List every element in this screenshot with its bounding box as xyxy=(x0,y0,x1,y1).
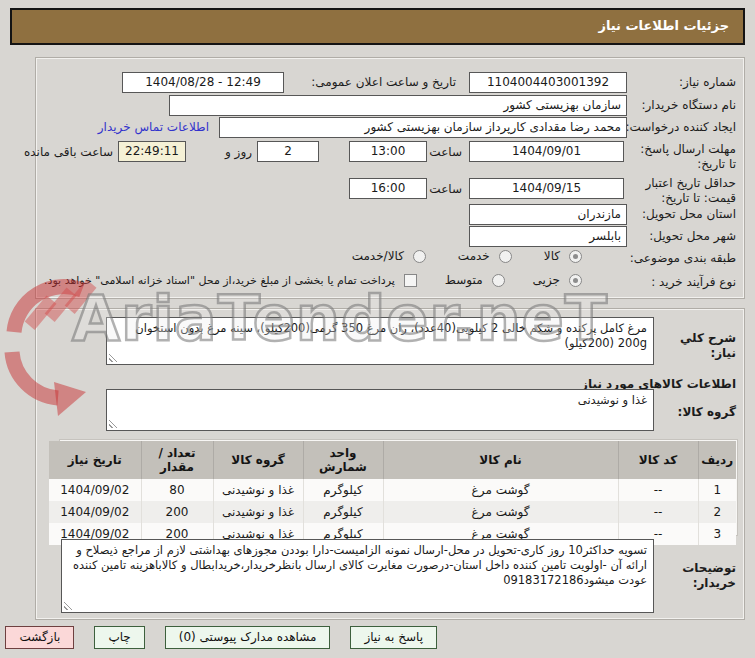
items-table-container[interactable]: ردیف کد کالا نام کالا واحد شمارش گروه کا… xyxy=(59,439,738,536)
price-validity-label: حداقل تاریخ اعتبار قیمت: تا تاریخ: xyxy=(631,176,736,206)
subject-class-label: طبقه بندی موضوعی: xyxy=(606,251,736,266)
goods-group-textarea[interactable]: غذا و نوشیدنی xyxy=(106,389,654,431)
radio-goods-label: کالا xyxy=(544,249,560,263)
cell-item-group: غذا و نوشیدنی xyxy=(213,479,303,501)
remaining-time-label: ساعت باقی مانده xyxy=(11,145,113,160)
subject-class-options: کالا خدمت کالا/خدمت xyxy=(352,249,582,263)
print-button[interactable]: چاپ xyxy=(94,626,144,649)
remaining-time-field: 22:49:11 xyxy=(118,141,186,162)
goods-group-label: گروه کالا: xyxy=(658,405,736,420)
general-info-panel: شماره نیاز: 1104004403001392 تاریخ و ساع… xyxy=(35,57,745,299)
price-validity-hour-label: ساعت xyxy=(430,182,462,197)
col-need-date: تاریخ نیاز xyxy=(49,441,141,479)
request-creator-label: ایجاد کننده درخواست: xyxy=(624,120,736,135)
col-item-code: کد کالا xyxy=(618,441,698,479)
province-field[interactable]: مازندران xyxy=(469,204,627,225)
treasury-docs-label: پرداخت تمام یا بخشی از مبلغ خرید،از محل … xyxy=(44,274,395,287)
radio-medium-label: متوسط xyxy=(445,273,483,287)
radio-goods-service-label: کالا/خدمت xyxy=(352,249,404,263)
radio-minor[interactable] xyxy=(569,274,582,287)
request-creator-field[interactable]: محمد رضا مقدادی کارپرداز سازمان بهزیستی … xyxy=(219,117,627,138)
radio-service[interactable] xyxy=(499,250,512,263)
view-attachments-button[interactable]: مشاهده مدارک پیوستی (0) xyxy=(165,626,331,649)
cell-quantity: 200 xyxy=(141,501,213,523)
province-label: استان محل تحویل: xyxy=(624,207,736,222)
reply-deadline-hour-label: ساعت xyxy=(430,145,462,160)
need-desc-textarea[interactable]: مرغ کامل پرکنده و شکم خالی 2 کیلویی(40عد… xyxy=(106,317,654,365)
col-item-group: گروه کالا xyxy=(213,441,303,479)
items-table: ردیف کد کالا نام کالا واحد شمارش گروه کا… xyxy=(49,441,736,545)
need-number-field[interactable]: 1104004403001392 xyxy=(469,72,627,93)
page-title: جزئیات اطلاعات نیاز xyxy=(10,8,745,45)
cell-item-code: -- xyxy=(618,479,698,501)
radio-medium[interactable] xyxy=(492,274,505,287)
table-row[interactable]: 2 -- گوشت مرغ کیلوگرم غذا و نوشیدنی 200 … xyxy=(49,501,736,523)
reply-deadline-date-field[interactable]: 1404/09/01 xyxy=(469,141,624,162)
price-validity-time-field[interactable]: 16:00 xyxy=(349,178,427,199)
buyer-notes-label: توضیحات خریدار: xyxy=(674,561,736,591)
remaining-days-field[interactable]: 2 xyxy=(257,141,319,162)
reply-to-need-button[interactable]: پاسخ به نیاز xyxy=(350,626,437,649)
treasury-docs-checkbox[interactable] xyxy=(404,274,417,287)
buyer-contact-link[interactable]: اطلاعات تماس خریدار xyxy=(98,120,209,134)
radio-service-label: خدمت xyxy=(458,249,490,263)
cell-count-unit: کیلوگرم xyxy=(303,479,383,501)
purchase-process-options: جزیی متوسط پرداخت تمام یا بخشی از مبلغ خ… xyxy=(44,273,582,287)
col-quantity: تعداد / مقدار xyxy=(141,441,213,479)
radio-minor-label: جزیی xyxy=(533,273,560,287)
action-button-bar: پاسخ به نیاز مشاهده مدارک پیوستی (0) چاپ… xyxy=(0,626,437,649)
cell-row-number: 2 xyxy=(698,501,736,523)
cell-item-name: گوشت مرغ xyxy=(383,479,618,501)
reply-deadline-label: مهلت ارسال پاسخ: تا تاریخ: xyxy=(631,142,736,172)
buyer-org-field[interactable]: سازمان بهزیستی کشور xyxy=(169,95,627,116)
remaining-days-label: روز و xyxy=(214,145,252,160)
radio-goods-service[interactable] xyxy=(413,250,426,263)
col-item-name: نام کالا xyxy=(383,441,618,479)
cell-need-date: 1404/09/02 xyxy=(49,479,141,501)
cell-quantity: 80 xyxy=(141,479,213,501)
reply-deadline-time-field[interactable]: 13:00 xyxy=(349,141,427,162)
city-field[interactable]: بابلسر xyxy=(469,226,627,247)
city-label: شهر محل تحویل: xyxy=(624,229,736,244)
table-row[interactable]: 1 -- گوشت مرغ کیلوگرم غذا و نوشیدنی 80 1… xyxy=(49,479,736,501)
table-header-row: ردیف کد کالا نام کالا واحد شمارش گروه کا… xyxy=(49,441,736,479)
cell-item-group: غذا و نوشیدنی xyxy=(213,501,303,523)
cell-item-code: -- xyxy=(618,501,698,523)
back-button[interactable]: بازگشت xyxy=(5,626,74,649)
cell-count-unit: کیلوگرم xyxy=(303,501,383,523)
goods-details-panel: شرح کلي نیاز: مرغ کامل پرکنده و شکم خالی… xyxy=(35,308,745,620)
buyer-org-label: نام دستگاه خریدار: xyxy=(624,98,736,113)
cell-need-date: 1404/09/02 xyxy=(49,501,141,523)
cell-item-name: گوشت مرغ xyxy=(383,501,618,523)
price-validity-date-field[interactable]: 1404/09/15 xyxy=(469,178,624,199)
need-desc-label: شرح کلي نیاز: xyxy=(658,331,736,361)
cell-row-number: 3 xyxy=(698,523,736,545)
tender-details-page: جزئیات اطلاعات نیاز شماره نیاز: 11040044… xyxy=(0,0,755,658)
announce-datetime-label: تاریخ و ساعت اعلان عمومی: xyxy=(288,75,456,90)
buyer-notes-textarea[interactable]: تسویه حداکثر10 روز کاری-تحویل در محل-ارس… xyxy=(61,539,654,613)
col-row-number: ردیف xyxy=(698,441,736,479)
purchase-process-label: نوع فرآیند خرید : xyxy=(618,275,736,290)
need-number-label: شماره نیاز: xyxy=(624,75,736,90)
cell-row-number: 1 xyxy=(698,479,736,501)
radio-goods[interactable] xyxy=(569,250,582,263)
announce-datetime-field[interactable]: 1404/08/28 - 12:49 xyxy=(122,72,284,93)
col-count-unit: واحد شمارش xyxy=(303,441,383,479)
